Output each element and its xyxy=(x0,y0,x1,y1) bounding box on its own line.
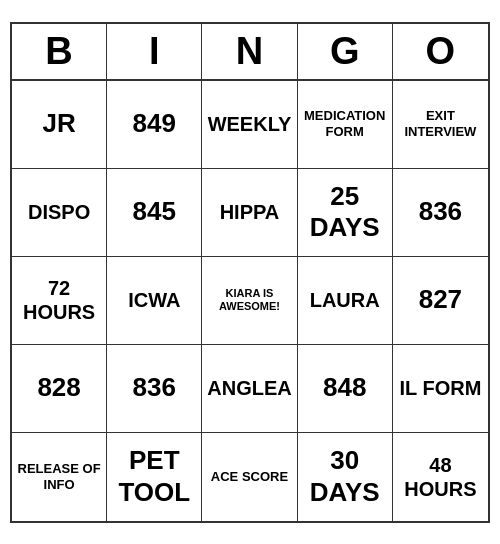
cell-r0-c0: JR xyxy=(12,81,107,169)
bingo-header: BINGO xyxy=(12,24,488,81)
cell-r3-c0: 828 xyxy=(12,345,107,433)
header-letter-i: I xyxy=(107,24,202,79)
cell-r1-c4: 836 xyxy=(393,169,488,257)
cell-r0-c1: 849 xyxy=(107,81,202,169)
cell-r2-c1: ICWA xyxy=(107,257,202,345)
cell-r2-c0: 72 HOURS xyxy=(12,257,107,345)
cell-r1-c1: 845 xyxy=(107,169,202,257)
header-letter-n: N xyxy=(202,24,297,79)
cell-r4-c4: 48 HOURS xyxy=(393,433,488,521)
cell-r3-c2: ANGLEA xyxy=(202,345,297,433)
cell-r4-c1: PET TOOL xyxy=(107,433,202,521)
cell-r3-c3: 848 xyxy=(298,345,393,433)
cell-r2-c3: LAURA xyxy=(298,257,393,345)
cell-r3-c1: 836 xyxy=(107,345,202,433)
cell-r2-c2: KIARA IS AWESOME! xyxy=(202,257,297,345)
cell-r0-c3: MEDICATION FORM xyxy=(298,81,393,169)
cell-r4-c3: 30 DAYS xyxy=(298,433,393,521)
header-letter-o: O xyxy=(393,24,488,79)
cell-r3-c4: IL FORM xyxy=(393,345,488,433)
header-letter-b: B xyxy=(12,24,107,79)
bingo-card: BINGO JR849WEEKLYMEDICATION FORMEXIT INT… xyxy=(10,22,490,523)
cell-r4-c0: RELEASE OF INFO xyxy=(12,433,107,521)
header-letter-g: G xyxy=(298,24,393,79)
cell-r0-c2: WEEKLY xyxy=(202,81,297,169)
cell-r0-c4: EXIT INTERVIEW xyxy=(393,81,488,169)
cell-r2-c4: 827 xyxy=(393,257,488,345)
cell-r1-c0: DISPO xyxy=(12,169,107,257)
cell-r1-c2: HIPPA xyxy=(202,169,297,257)
cell-r1-c3: 25 DAYS xyxy=(298,169,393,257)
cell-r4-c2: ACE SCORE xyxy=(202,433,297,521)
bingo-grid: JR849WEEKLYMEDICATION FORMEXIT INTERVIEW… xyxy=(12,81,488,521)
